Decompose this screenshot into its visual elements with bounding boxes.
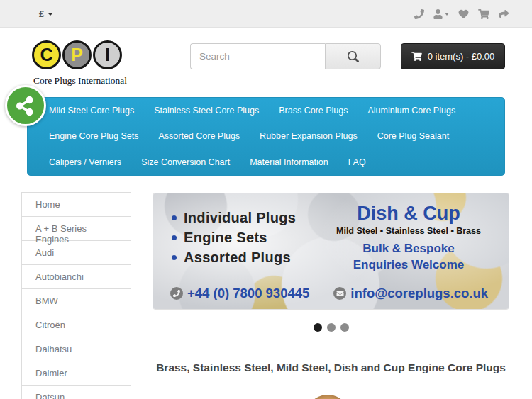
banner-bullet: Assorted Plugs [172, 247, 296, 267]
carousel-dot-2[interactable] [327, 323, 336, 332]
currency-symbol: £ [39, 9, 44, 19]
caret-down-icon [48, 13, 53, 16]
nav-link[interactable]: Brass Core Plugs [269, 106, 358, 116]
sidebar-category-item[interactable]: BMW [21, 288, 131, 313]
banner-bullet-list: Individual PlugsEngine SetsAssorted Plug… [172, 208, 296, 267]
banner-headline: Dish & Cup [318, 203, 499, 224]
nav-row-2: Engine Core Plug SetsAssorted Core Plugs… [28, 123, 504, 149]
nav-link[interactable]: Engine Core Plug Sets [39, 131, 148, 141]
page-title: Brass, Stainless Steel, Mild Steel, Dish… [153, 361, 509, 374]
currency-dropdown[interactable]: £ [39, 0, 53, 28]
site-logo[interactable]: C P I Core Plugs International [32, 40, 128, 91]
banner-bulk-line: Bulk & Bespoke [318, 240, 499, 257]
banner-email: info@coreplugs.co.uk [350, 286, 488, 301]
logo-letter-c: C [32, 40, 61, 69]
sidebar-category-item[interactable]: Datsun [21, 385, 131, 399]
caret-down-icon [445, 13, 449, 16]
search-button[interactable] [325, 43, 381, 69]
share-arrow-icon[interactable] [499, 9, 509, 19]
envelope-icon [333, 287, 346, 300]
topbar-icons [414, 0, 509, 28]
nav-link[interactable]: Rubber Expansion Plugs [250, 131, 367, 141]
search-box [190, 43, 381, 69]
nav-link[interactable]: Core Plug Sealant [367, 131, 459, 141]
banner-bullet: Individual Plugs [172, 208, 296, 227]
cart-icon [411, 52, 422, 61]
product-image-partial [311, 395, 344, 399]
main-nav: Mild Steel Core PlugsStainless Steel Cor… [27, 97, 505, 176]
phone-icon [170, 287, 183, 300]
nav-link[interactable]: Assorted Core Plugs [148, 131, 250, 141]
cart-total-button[interactable]: 0 item(s) - £0.00 [401, 43, 505, 69]
cart-icon[interactable] [478, 9, 489, 19]
banner-materials: Mild Steel • Stainless Steel • Brass [318, 226, 499, 236]
top-bar: £ [0, 0, 532, 28]
cart-total-label: 0 item(s) - £0.00 [428, 51, 495, 62]
share-alt-icon [16, 96, 35, 116]
category-sidebar: HomeA + B Series EnginesAudiAutobianchiB… [21, 193, 131, 399]
nav-link[interactable]: Calipers / Verniers [39, 157, 131, 167]
nav-link[interactable]: FAQ [338, 157, 376, 167]
sidebar-category-item[interactable]: Citroën [21, 313, 131, 337]
nav-link[interactable]: Material Information [240, 157, 338, 167]
phone-icon[interactable] [414, 9, 424, 19]
sidebar-category-item[interactable]: Daimler [21, 361, 131, 386]
page: £ C P I Core Pl [0, 0, 532, 399]
user-account-icon[interactable] [433, 9, 449, 19]
logo-tagline: Core Plugs International [33, 75, 128, 86]
banner-right-block: Dish & Cup Mild Steel • Stainless Steel … [318, 203, 499, 273]
header: C P I Core Plugs International 0 item(s)… [0, 28, 532, 97]
search-icon [348, 51, 359, 62]
nav-row-3: Calipers / VerniersSize Conversion Chart… [28, 150, 504, 175]
hero-banner-slide[interactable]: Individual PlugsEngine SetsAssorted Plug… [153, 193, 509, 310]
sidebar-category-item[interactable]: A + B Series Engines [21, 216, 131, 241]
carousel-dots [153, 323, 509, 332]
logo-letter-i: I [93, 40, 122, 69]
wishlist-heart-icon[interactable] [458, 9, 469, 19]
banner-contacts: +44 (0) 7800 930445 info@coreplugs.co.uk [170, 286, 488, 301]
carousel-dot-3[interactable] [340, 323, 349, 332]
sidebar-category-item[interactable]: Home [21, 192, 131, 217]
carousel-dot-1[interactable] [314, 323, 322, 332]
share-fab-button[interactable] [5, 85, 46, 126]
banner-phone-number: +44 (0) 7800 930445 [187, 286, 309, 301]
search-input[interactable] [190, 43, 325, 69]
logo-letter-p: P [62, 40, 92, 69]
nav-link[interactable]: Stainless Steel Core Plugs [144, 106, 269, 116]
nav-link[interactable]: Size Conversion Chart [131, 157, 240, 167]
sidebar-category-item[interactable]: Autobianchi [21, 264, 131, 289]
sidebar-category-item[interactable]: Daihatsu [21, 337, 131, 361]
banner-bullet: Engine Sets [172, 227, 296, 247]
banner-enquiries-line: Enquiries Welcome [318, 257, 499, 273]
nav-link[interactable]: Mild Steel Core Plugs [39, 106, 144, 116]
nav-row-1: Mild Steel Core PlugsStainless Steel Cor… [28, 98, 504, 123]
nav-link[interactable]: Aluminium Core Plugs [358, 106, 465, 116]
